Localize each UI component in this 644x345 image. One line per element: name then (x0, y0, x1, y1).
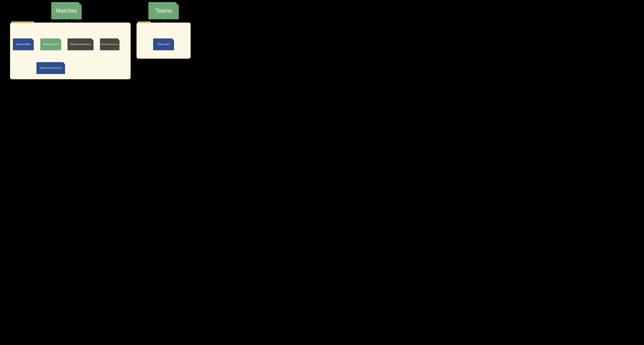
node-matches-match: Matches.Match (13, 39, 34, 50)
node-matches-matchserver: Matches.MatchServer (68, 39, 94, 50)
node-matches-root-label: Matches (56, 8, 77, 14)
group-matches: Underlying modules or sub-contexts (10, 23, 130, 79)
node-matches-supervisor-label: Matches.MatchSupervisor (101, 44, 119, 45)
node-matches-events: Matches.Events (40, 39, 61, 50)
node-matches-match-label: Matches.Match (16, 43, 31, 46)
node-matches-events-event-label: Matches.Events.Event (40, 67, 62, 69)
node-matches-supervisor: Matches.MatchSupervisor (100, 39, 120, 50)
node-teams-team-label: Teams.Team (158, 43, 170, 46)
group-matches-label: Underlying modules or sub-contexts (12, 22, 34, 23)
node-teams-team: Teams.Team (153, 39, 174, 50)
node-matches-events-label: Matches.Events (43, 43, 58, 46)
node-matches-root: Matches (51, 2, 82, 19)
group-teams-label: Underlying module (138, 22, 150, 23)
node-matches-matchserver-label: Matches.MatchServer (70, 43, 91, 46)
diagram-canvas: Underlying modules or sub-contexts Under… (0, 0, 200, 83)
node-matches-events-event: Matches.Events.Event (36, 62, 65, 74)
node-teams-root: Teams (148, 2, 179, 19)
node-teams-root-label: Teams (155, 8, 172, 14)
